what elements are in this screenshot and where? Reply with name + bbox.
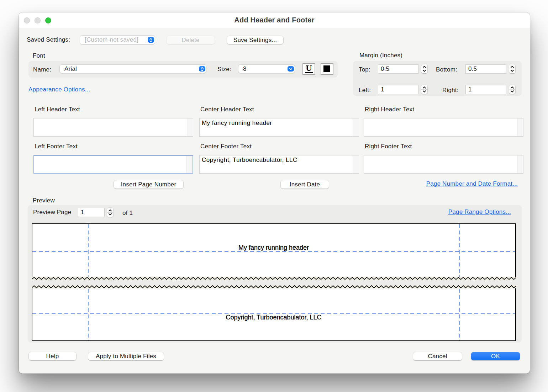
- svg-text:Copyright, Turboencabulator, L: Copyright, Turboencabulator, LLC: [226, 314, 321, 321]
- svg-text:My fancy running header: My fancy running header: [238, 244, 309, 251]
